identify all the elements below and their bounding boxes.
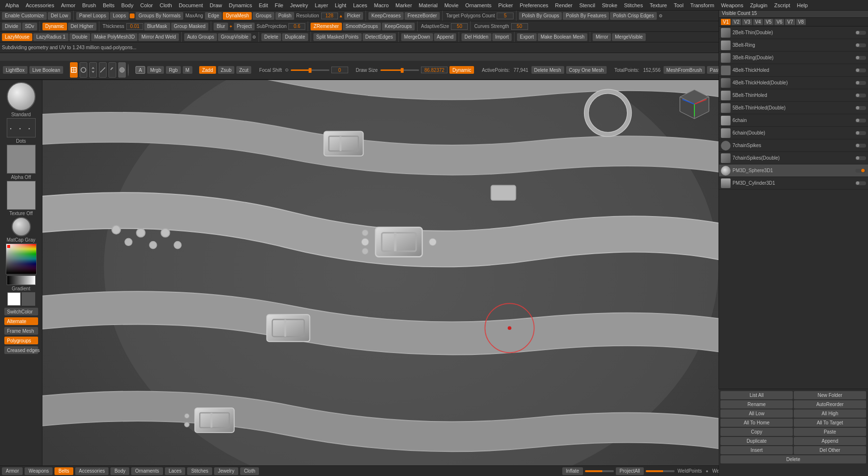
menu-preferences[interactable]: Preferences	[516, 1, 552, 9]
export-btn[interactable]: Export	[517, 33, 537, 41]
smooth-groups-btn[interactable]: SmoothGroups	[343, 23, 381, 30]
jewelry-bb-btn[interactable]: Jewelry	[214, 467, 238, 475]
inflate-slider[interactable]	[585, 470, 614, 472]
mesh-from-brush-btn[interactable]: MeshFromBrush	[664, 66, 705, 74]
subtool-toggle-4belt-thickholed-double[interactable]	[855, 81, 866, 85]
sdv-btn[interactable]: SDv	[22, 23, 37, 30]
detect-edges-btn[interactable]: DetectEdges	[363, 33, 396, 41]
subtool-toggle-6chain-double[interactable]	[855, 131, 866, 135]
all-to-target-btn[interactable]: All To Target	[794, 419, 866, 427]
dots-preview[interactable]: · · ·	[7, 118, 36, 137]
v6-btn[interactable]: V6	[774, 19, 784, 25]
m-btn[interactable]: M	[183, 66, 192, 74]
del-hidden-btn[interactable]: Del Hidden	[461, 33, 491, 41]
menu-transform[interactable]: Transform	[687, 1, 718, 9]
merge-visible-btn[interactable]: MergeVisible	[612, 33, 646, 41]
menu-brush[interactable]: Brush	[79, 1, 99, 9]
rotate-tool-btn[interactable]	[108, 62, 116, 78]
menu-ornaments[interactable]: Ornaments	[462, 1, 495, 9]
list-all-btn[interactable]: List All	[720, 391, 793, 399]
auto-groups-btn[interactable]: Auto Groups	[184, 33, 217, 41]
menu-jewelry[interactable]: Jewelry	[286, 1, 311, 9]
menu-render[interactable]: Render	[552, 1, 576, 9]
keep-groups-btn[interactable]: KeepGroups	[382, 23, 415, 30]
menu-alpha[interactable]: Alpha	[2, 1, 22, 9]
subtool-item-5belt-thinholed-double[interactable]: 5Belt-ThinHoled(Double)	[719, 102, 868, 114]
subtool-item-6chain[interactable]: 6chain	[719, 114, 868, 127]
menu-stroke[interactable]: Stroke	[598, 1, 621, 9]
menu-cloth[interactable]: Cloth	[156, 1, 176, 9]
subtool-item-2belt-thin-double[interactable]: 2Belt-Thin(Double)	[719, 27, 868, 39]
move-tool-btn[interactable]	[89, 62, 97, 78]
lazy-mouse-btn[interactable]: LazyMouse	[2, 33, 32, 41]
brush-preview-sphere[interactable]	[7, 82, 36, 111]
subtool-toggle-6chain[interactable]	[855, 119, 866, 122]
zcut-btn[interactable]: Zcut	[236, 66, 251, 74]
stitches-bb-btn[interactable]: Stitches	[187, 467, 212, 475]
v4-btn[interactable]: V4	[753, 19, 763, 25]
menu-edit[interactable]: Edit	[256, 1, 271, 9]
curves-strength-input[interactable]	[511, 23, 528, 30]
double-btn[interactable]: Double	[69, 33, 91, 41]
body-bb-btn[interactable]: Body	[110, 467, 129, 475]
subtool-item-7chainspikes-double[interactable]: 7chainSpikes(Double)	[719, 152, 868, 164]
subtool-toggle-3belt-ring-double[interactable]	[855, 56, 866, 60]
all-to-home-btn[interactable]: All To Home	[720, 419, 793, 427]
belts-bb-btn[interactable]: Belts	[54, 467, 73, 475]
laces-bb-btn[interactable]: Laces	[165, 467, 186, 475]
subtool-item-pm3d-cylinder[interactable]: PM3D_Cylinder3D1	[719, 177, 868, 190]
delete-mesh-btn[interactable]: Delete Mesh	[531, 66, 564, 74]
switch-color-btn[interactable]: SwitchColor	[4, 308, 38, 315]
menu-light[interactable]: Light	[331, 1, 350, 9]
live-boolean-btn[interactable]: Live Boolean	[29, 66, 63, 74]
polish-crisp-edges-btn[interactable]: Polish Crisp Edges	[610, 12, 656, 20]
menu-marker[interactable]: Marker	[392, 1, 415, 9]
draw-size-input[interactable]	[421, 67, 448, 73]
focal-shift-slider[interactable]	[291, 69, 329, 71]
lazy-radius-btn[interactable]: LazyRadius 1	[33, 33, 68, 41]
menu-stencil[interactable]: Stencil	[576, 1, 598, 9]
accessories-bb-btn[interactable]: Accessories	[75, 467, 109, 475]
navigation-cube[interactable]	[678, 87, 711, 121]
subtool-toggle-pm3d-sphere[interactable]	[855, 169, 866, 173]
dynamic-btn[interactable]: Dynamic	[42, 23, 67, 30]
menu-laces[interactable]: Laces	[350, 1, 370, 9]
texture-preview[interactable]	[7, 181, 36, 210]
menu-weapons[interactable]: Weapons	[718, 1, 746, 9]
menu-color[interactable]: Color	[137, 1, 156, 9]
rgb-btn[interactable]: Rgb	[166, 66, 180, 74]
menu-zplugin[interactable]: Zplugin	[746, 1, 771, 9]
a-btn[interactable]: A	[136, 66, 146, 74]
edge-btn[interactable]: Edge	[205, 12, 222, 20]
auto-reorder-btn[interactable]: AutoReorder	[794, 400, 866, 408]
inflate-bb-btn[interactable]: Inflate	[562, 467, 583, 475]
menu-accessories[interactable]: Accessories	[22, 1, 57, 9]
menu-file[interactable]: File	[271, 1, 287, 9]
panel-loops-btn[interactable]: Panel Loops	[76, 12, 109, 20]
polygroups-btn[interactable]: Polygroups	[4, 337, 38, 344]
mirror-and-weld-btn[interactable]: Mirror And Weld	[138, 33, 179, 41]
subtool-item-4belt-thickholed-double[interactable]: 4Belt-ThickHoled(Double)	[719, 77, 868, 89]
menu-document[interactable]: Document	[176, 1, 206, 9]
project-all-btn[interactable]: ProjectAll	[616, 467, 644, 475]
groups-btn[interactable]: Groups	[253, 12, 274, 20]
v5-btn[interactable]: V5	[764, 19, 773, 25]
menu-help[interactable]: Help	[793, 1, 811, 9]
subtool-toggle-7chainspikes[interactable]	[855, 144, 866, 148]
menu-movie[interactable]: Movie	[441, 1, 461, 9]
v3-btn[interactable]: V3	[742, 19, 752, 25]
frame-mesh-btn[interactable]: Frame Mesh	[4, 327, 38, 335]
append-subtool-btn[interactable]: Append	[794, 437, 866, 445]
make-boolean-mesh-btn[interactable]: Make Boolean Mesh	[538, 33, 587, 41]
menu-picker[interactable]: Picker	[495, 1, 516, 9]
polish-btn[interactable]: Polish	[275, 12, 294, 20]
menu-material[interactable]: Material	[415, 1, 441, 9]
subtool-toggle-5belt-thinholed[interactable]	[855, 94, 866, 97]
zremesher-btn[interactable]: ZRemesher	[311, 23, 341, 30]
lightbox-btn[interactable]: LightBox	[3, 66, 27, 74]
menu-layer[interactable]: Layer	[312, 1, 332, 9]
swatch-white[interactable]	[7, 292, 21, 306]
armor-bb-btn[interactable]: Armor	[2, 467, 23, 475]
dynamic-size-btn[interactable]: Dynamic	[449, 66, 474, 74]
split-masked-points-btn[interactable]: Split Masked Points	[313, 33, 362, 41]
